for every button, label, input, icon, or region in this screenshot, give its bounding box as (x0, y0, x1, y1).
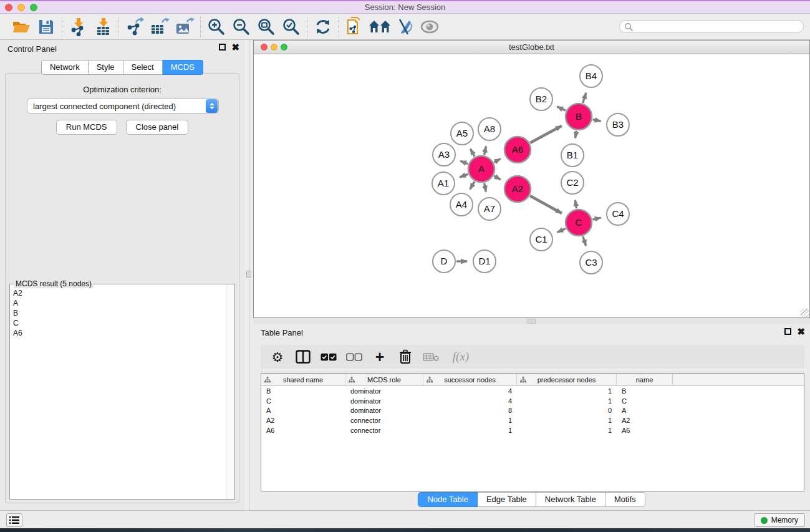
graph-edge-C-C4[interactable] (592, 218, 600, 220)
table-cell[interactable]: A (261, 407, 345, 414)
table-cell[interactable]: 0 (517, 407, 617, 414)
table-cell[interactable]: connector (345, 417, 423, 424)
zoom-out-icon[interactable] (229, 16, 254, 37)
graph-edge-A-A8[interactable] (485, 146, 486, 155)
table-cell[interactable]: A6 (261, 427, 345, 434)
table-cell[interactable]: A2 (617, 417, 673, 424)
minimize-network-window-button[interactable] (271, 44, 277, 51)
save-session-icon[interactable] (34, 16, 59, 37)
tab-network[interactable]: Network (41, 60, 89, 75)
graph-edge-B-B4[interactable] (583, 93, 586, 103)
table-cell[interactable]: 1 (423, 417, 517, 424)
graph-node-D1[interactable]: D1 (473, 250, 496, 273)
graph-node-B1[interactable]: B1 (561, 144, 584, 167)
graph-edge-A-A2[interactable] (494, 176, 501, 180)
table-cell[interactable]: C (261, 397, 345, 405)
table-cell[interactable]: 4 (423, 397, 517, 405)
graph-node-A8[interactable]: A8 (478, 118, 501, 140)
mcds-result-item[interactable]: A (13, 298, 226, 308)
table-row[interactable]: A2connector11A2 (261, 415, 804, 425)
panel-splitter-vertical[interactable] (244, 40, 253, 510)
node-table[interactable]: shared nameMCDS rolesuccessor nodesprede… (261, 373, 804, 491)
graph-node-C[interactable]: C (566, 210, 592, 236)
table-cell[interactable]: A2 (261, 417, 345, 424)
graph-edge-C-C2[interactable] (575, 200, 576, 209)
graph-edge-A-A5[interactable] (470, 149, 475, 157)
graph-edge-A-A4[interactable] (470, 181, 475, 190)
table-cell[interactable]: C (617, 397, 673, 405)
column-header-shared-name[interactable]: shared name (261, 374, 345, 385)
splitter-handle[interactable] (528, 319, 536, 324)
graph-edge-C-C3[interactable] (583, 236, 586, 246)
graph-node-A6[interactable]: A6 (504, 137, 531, 163)
table-cell[interactable]: 1 (517, 387, 617, 395)
graph-node-B3[interactable]: B3 (607, 114, 629, 136)
graph-node-A1[interactable]: A1 (432, 172, 455, 195)
run-mcds-button[interactable]: Run MCDS (56, 120, 117, 135)
graph-node-D[interactable]: D (433, 250, 455, 273)
export-network-icon[interactable] (122, 16, 147, 37)
maximize-network-window-button[interactable] (281, 44, 287, 51)
deselect-all-columns-icon[interactable] (346, 348, 362, 365)
zoom-in-icon[interactable] (204, 16, 229, 37)
graph-node-C2[interactable]: C2 (561, 172, 584, 194)
show-column-panel-icon[interactable] (295, 348, 311, 365)
network-window-titlebar[interactable]: testGlobe.txt (254, 41, 809, 54)
graph-node-A[interactable]: A (468, 156, 494, 182)
graph-edge-B-B3[interactable] (593, 120, 601, 122)
criterion-dropdown[interactable]: largest connected component (directed) (27, 99, 219, 114)
search-field[interactable] (619, 20, 804, 33)
open-file-icon[interactable] (9, 16, 34, 37)
table-row[interactable]: Bdominator41B (261, 386, 804, 396)
graph-node-A5[interactable]: A5 (451, 122, 473, 145)
clone-network-icon[interactable] (342, 16, 367, 37)
splitter-handle[interactable] (246, 271, 251, 278)
graph-node-A4[interactable]: A4 (450, 193, 473, 216)
graph-node-C3[interactable]: C3 (580, 251, 602, 274)
graph-edge-B-B2[interactable] (557, 107, 566, 110)
table-row[interactable]: A6connector11A6 (261, 425, 804, 435)
table-cell[interactable]: 1 (423, 427, 517, 434)
graph-node-A2[interactable]: A2 (504, 176, 531, 202)
table-cell[interactable]: 1 (517, 427, 617, 434)
graph-edge-A-A7[interactable] (485, 183, 486, 192)
column-header-MCDS-role[interactable]: MCDS role (345, 374, 423, 385)
graph-edge-A6-B[interactable] (530, 126, 562, 143)
table-cell[interactable]: dominator (345, 397, 423, 405)
graph-node-B2[interactable]: B2 (530, 88, 552, 110)
zoom-selected-icon[interactable] (279, 16, 304, 37)
table-cell[interactable]: dominator (345, 407, 423, 414)
search-input[interactable] (633, 21, 803, 32)
graph-node-C4[interactable]: C4 (607, 203, 629, 225)
close-window-button[interactable] (5, 4, 12, 11)
network-canvas[interactable]: B4B2BB3A8A5A6A3B1AC2A1A2A4A7C4CC1DD1C3 (254, 55, 809, 317)
table-cell[interactable]: 1 (517, 417, 617, 424)
minimize-window-button[interactable] (17, 4, 25, 11)
zoom-fit-icon[interactable] (254, 16, 279, 37)
result-scrollbar[interactable] (226, 284, 234, 499)
graph-edge-B-B1[interactable] (575, 131, 576, 138)
memory-button[interactable]: Memory (754, 513, 805, 527)
tab-mcds[interactable]: MCDS (163, 60, 203, 75)
export-table-icon[interactable] (147, 16, 172, 37)
table-cell[interactable]: B (617, 387, 673, 395)
graph-node-C1[interactable]: C1 (530, 228, 552, 251)
home-icon[interactable] (367, 16, 392, 37)
create-column-icon[interactable]: + (372, 348, 388, 365)
float-table-panel-icon[interactable] (784, 328, 791, 335)
close-panel-icon[interactable]: ✖ (231, 44, 239, 51)
close-panel-button[interactable]: Close panel (126, 120, 189, 135)
graph-edge-A-A3[interactable] (460, 161, 468, 164)
table-row[interactable]: Adominator80A (261, 405, 804, 415)
task-history-button[interactable] (6, 513, 22, 527)
maximize-window-button[interactable] (30, 4, 37, 11)
tab-style[interactable]: Style (89, 60, 123, 75)
table-cell[interactable]: A (617, 407, 673, 414)
float-panel-icon[interactable] (219, 44, 226, 51)
panel-splitter-horizontal[interactable] (253, 318, 810, 324)
table-cell[interactable]: 8 (423, 407, 517, 414)
graph-node-B[interactable]: B (566, 104, 592, 130)
tab-select[interactable]: Select (123, 60, 163, 75)
table-cell[interactable]: 4 (423, 387, 517, 395)
delete-column-icon[interactable] (397, 348, 413, 365)
